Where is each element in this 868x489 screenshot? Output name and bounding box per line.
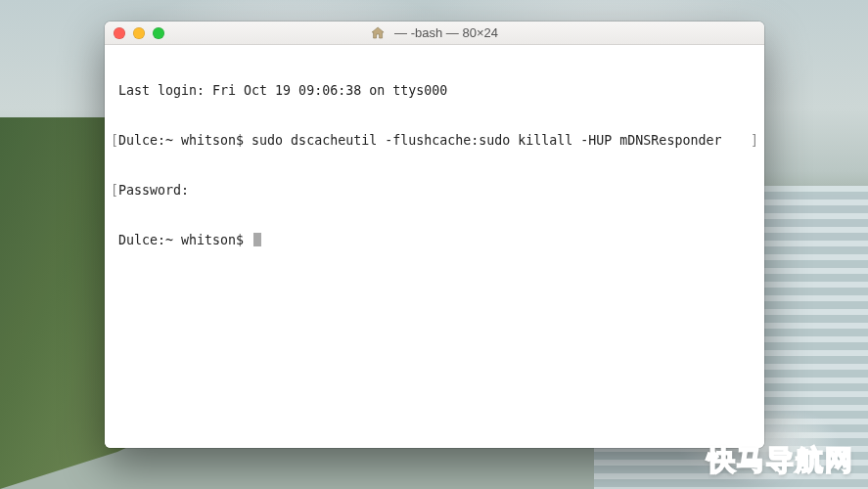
terminal-line: Last login: Fri Oct 19 09:06:38 on ttys0… bbox=[111, 82, 758, 99]
watermark-text: 快马导航网 bbox=[708, 442, 854, 479]
terminal-line: [ Password: bbox=[111, 182, 758, 199]
window-title-text: — -bash — 80×24 bbox=[394, 25, 498, 40]
zoom-icon[interactable] bbox=[153, 27, 164, 39]
window-title: — -bash — 80×24 bbox=[371, 25, 498, 40]
prompt-text: Dulce:~ whitson$ bbox=[118, 233, 251, 247]
terminal-text: Last login: Fri Oct 19 09:06:38 on ttys0… bbox=[118, 82, 751, 99]
home-icon bbox=[371, 26, 385, 39]
close-bracket: ] bbox=[751, 132, 758, 149]
terminal-body[interactable]: Last login: Fri Oct 19 09:06:38 on ttys0… bbox=[105, 45, 764, 448]
close-icon[interactable] bbox=[114, 27, 125, 39]
traffic-lights bbox=[114, 27, 164, 39]
terminal-line: Dulce:~ whitson$ bbox=[111, 232, 758, 248]
window-titlebar[interactable]: — -bash — 80×24 bbox=[105, 22, 764, 45]
terminal-line: [ Dulce:~ whitson$ sudo dscacheutil -flu… bbox=[111, 132, 758, 149]
cursor-icon bbox=[253, 233, 261, 246]
open-bracket: [ bbox=[111, 182, 118, 199]
terminal-prompt: Dulce:~ whitson$ bbox=[118, 232, 751, 248]
open-bracket: [ bbox=[111, 132, 118, 149]
terminal-text: Password: bbox=[118, 182, 751, 199]
terminal-window: — -bash — 80×24 Last login: Fri Oct 19 0… bbox=[105, 22, 764, 448]
terminal-text: Dulce:~ whitson$ sudo dscacheutil -flush… bbox=[118, 132, 751, 149]
minimize-icon[interactable] bbox=[133, 27, 145, 39]
